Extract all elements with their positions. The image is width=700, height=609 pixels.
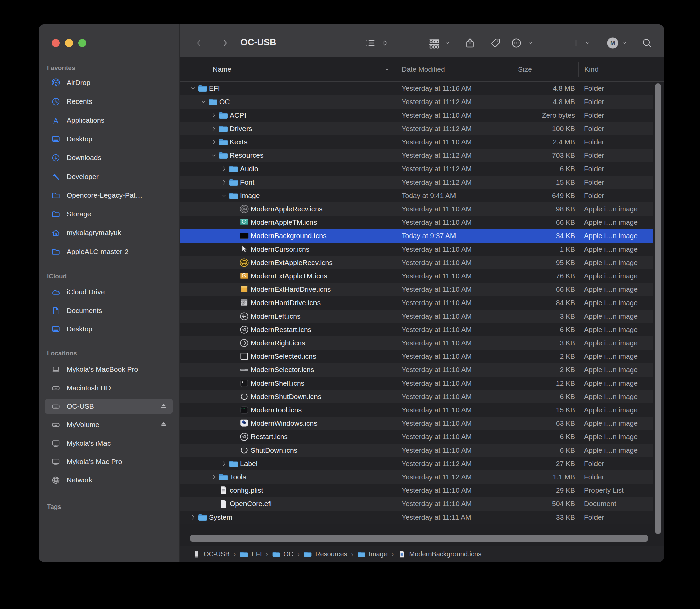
path-item-efi[interactable]: EFI	[240, 550, 262, 558]
sidebar-item-mykola-s-macbook-pro[interactable]: Mykola’s MacBook Pro	[45, 362, 173, 377]
search-icon[interactable]	[642, 37, 653, 49]
column-divider[interactable]	[512, 62, 512, 77]
file-row[interactable]: ModernHardDrive.icnsYesterday at 11:10 A…	[179, 296, 653, 310]
account-chevron-icon[interactable]	[622, 40, 627, 46]
horizontal-scrollbar-thumb[interactable]	[190, 535, 648, 542]
disclosure-closed-icon[interactable]	[190, 510, 196, 524]
more-actions-icon[interactable]	[511, 37, 522, 49]
disclosure-closed-icon[interactable]	[221, 162, 227, 176]
sidebar-item-desktop[interactable]: Desktop	[45, 131, 173, 147]
file-row[interactable]: FontYesterday at 11:12 AM15 KBFolder	[179, 176, 653, 189]
sidebar-item-myvolume[interactable]: MyVolume	[45, 417, 173, 433]
sidebar-item-airdrop[interactable]: AirDrop	[45, 75, 173, 90]
more-actions-chevron-icon[interactable]	[527, 40, 533, 46]
tag-icon[interactable]	[490, 37, 502, 49]
file-row[interactable]: ModernRight.icnsYesterday at 11:10 AM3 K…	[179, 336, 653, 350]
sidebar-item-icloud-drive[interactable]: iCloud Drive	[45, 284, 173, 300]
path-item-resources[interactable]: Resources	[304, 550, 347, 558]
file-row[interactable]: SystemYesterday at 11:11 AM33 KBFolder	[179, 510, 653, 524]
disclosure-open-icon[interactable]	[190, 82, 196, 95]
sidebar-item-applications[interactable]: Applications	[45, 112, 173, 128]
list-view-icon[interactable]	[365, 37, 376, 48]
file-row[interactable]: ModernLeft.icnsYesterday at 11:10 AM3 KB…	[179, 310, 653, 323]
sidebar-item-storage[interactable]: Storage	[45, 206, 173, 222]
file-row[interactable]: ModernExtAppleRecv.icnsYesterday at 11:1…	[179, 256, 653, 269]
path-item-image[interactable]: Image	[357, 550, 387, 558]
file-row[interactable]: KextsYesterday at 11:10 AM2.4 MBFolder	[179, 135, 653, 149]
account-avatar[interactable]: M	[607, 37, 618, 49]
eject-icon[interactable]	[160, 421, 168, 429]
sidebar-item-macintosh-hd[interactable]: Macintosh HD	[45, 380, 173, 396]
sidebar-item-mykola-s-mac-pro[interactable]: Mykola’s Mac Pro	[45, 454, 173, 469]
file-row[interactable]: DriversYesterday at 11:12 AM100 KBFolder	[179, 122, 653, 135]
column-divider[interactable]	[578, 62, 579, 77]
column-kind[interactable]: Kind	[584, 65, 598, 73]
file-row[interactable]: ModernBackground.icnsToday at 9:37 AM34 …	[179, 229, 653, 243]
disclosure-open-icon[interactable]	[200, 95, 207, 108]
file-row[interactable]: EXECModernTool.icnsYesterday at 11:10 AM…	[179, 403, 653, 417]
file-row[interactable]: config.plistYesterday at 11:10 AM29 KBPr…	[179, 484, 653, 497]
file-row[interactable]: ModernWindows.icnsYesterday at 11:10 AM6…	[179, 417, 653, 430]
group-by-chevron-icon[interactable]	[445, 40, 451, 46]
path-item-oc[interactable]: OC	[272, 550, 293, 558]
close-button[interactable]	[52, 39, 59, 47]
sidebar-item-oc-usb[interactable]: OC-USB	[45, 399, 173, 414]
disclosure-closed-icon[interactable]	[221, 176, 227, 189]
file-row[interactable]: ModernShutDown.icnsYesterday at 11:10 AM…	[179, 390, 653, 403]
group-by-icon[interactable]	[428, 37, 440, 49]
file-row[interactable]: ModernRestart.icnsYesterday at 11:10 AM6…	[179, 323, 653, 336]
minimize-button[interactable]	[65, 39, 73, 47]
file-row[interactable]: ACPIYesterday at 11:10 AMZero bytesFolde…	[179, 108, 653, 122]
column-divider[interactable]	[396, 62, 396, 77]
sidebar-item-recents[interactable]: Recents	[45, 94, 173, 109]
view-options-stepper-icon[interactable]	[381, 38, 388, 48]
sidebar-item-documents[interactable]: Documents	[45, 303, 173, 318]
file-row[interactable]: ModernExtAppleTM.icnsYesterday at 11:10 …	[179, 269, 653, 283]
new-item-plus-icon[interactable]	[571, 38, 581, 48]
file-row[interactable]: AudioYesterday at 11:12 AM6 KBFolder	[179, 162, 653, 176]
disclosure-open-icon[interactable]	[221, 189, 227, 202]
file-row[interactable]: ModernSelected.icnsYesterday at 11:10 AM…	[179, 350, 653, 363]
sidebar-item-opencore-legacy-pat[interactable]: Opencore-Legacy-Pat…	[45, 188, 173, 203]
file-row[interactable]: ModernAppleRecv.icnsYesterday at 11:10 A…	[179, 202, 653, 216]
forward-icon[interactable]	[221, 38, 229, 47]
file-row[interactable]: Restart.icnsYesterday at 11:10 AM6 KBApp…	[179, 430, 653, 443]
path-item-oc-usb[interactable]: OC-USB	[192, 550, 230, 558]
share-icon[interactable]	[464, 37, 476, 49]
sidebar-item-mykola-s-imac[interactable]: Mykola’s iMac	[45, 435, 173, 451]
file-row[interactable]: OCYesterday at 11:12 AM4.8 MBFolder	[179, 95, 653, 108]
path-item-modernbackground-icns[interactable]: ModernBackground.icns	[398, 550, 481, 558]
sidebar-item-developer[interactable]: Developer	[45, 169, 173, 184]
file-row[interactable]: LabelYesterday at 11:12 AM27 KBFolder	[179, 457, 653, 470]
back-icon[interactable]	[195, 38, 203, 47]
column-date-modified[interactable]: Date Modified	[402, 65, 445, 73]
disclosure-closed-icon[interactable]	[210, 135, 217, 149]
file-row[interactable]: ModernExtHardDrive.icnsYesterday at 11:1…	[179, 283, 653, 296]
disclosure-closed-icon[interactable]	[210, 470, 217, 484]
file-row[interactable]: ToolsYesterday at 11:12 AM1.1 MBFolder	[179, 470, 653, 484]
file-row[interactable]: ShutDown.icnsYesterday at 11:10 AM6 KBAp…	[179, 443, 653, 457]
sidebar-item-mykolagrymalyuk[interactable]: mykolagrymalyuk	[45, 225, 173, 241]
eject-icon[interactable]	[160, 402, 168, 410]
file-row[interactable]: ModernCursor.icnsYesterday at 11:10 AM1 …	[179, 243, 653, 256]
file-row[interactable]: ModernSelector.icnsYesterday at 11:10 AM…	[179, 363, 653, 377]
file-row[interactable]: ImageToday at 9:41 AM649 KBFolder	[179, 189, 653, 202]
file-row[interactable]: OpenCore.efiYesterday at 11:10 AM504 KBD…	[179, 497, 653, 510]
sidebar-item-desktop[interactable]: Desktop	[45, 321, 173, 337]
file-row[interactable]: ModernAppleTM.icnsYesterday at 11:10 AM6…	[179, 216, 653, 229]
file-row[interactable]: ModernShell.icnsYesterday at 11:10 AM12 …	[179, 377, 653, 390]
disclosure-closed-icon[interactable]	[210, 122, 217, 135]
disclosure-open-icon[interactable]	[210, 149, 217, 162]
sidebar-item-applealc-master-2[interactable]: AppleALC-master-2	[45, 244, 173, 259]
sidebar-item-downloads[interactable]: Downloads	[45, 150, 173, 166]
file-row[interactable]: ResourcesYesterday at 11:12 AM703 KBFold…	[179, 149, 653, 162]
new-item-chevron-icon[interactable]	[585, 40, 591, 46]
vertical-scrollbar-thumb[interactable]	[655, 83, 662, 534]
disclosure-closed-icon[interactable]	[210, 108, 217, 122]
sidebar-item-network[interactable]: Network	[45, 472, 173, 488]
disclosure-closed-icon[interactable]	[221, 457, 227, 470]
column-name[interactable]: Name	[213, 65, 231, 73]
file-row[interactable]: EFIYesterday at 11:16 AM4.8 MBFolder	[179, 82, 653, 95]
zoom-button[interactable]	[78, 39, 86, 47]
column-size[interactable]: Size	[518, 65, 532, 73]
